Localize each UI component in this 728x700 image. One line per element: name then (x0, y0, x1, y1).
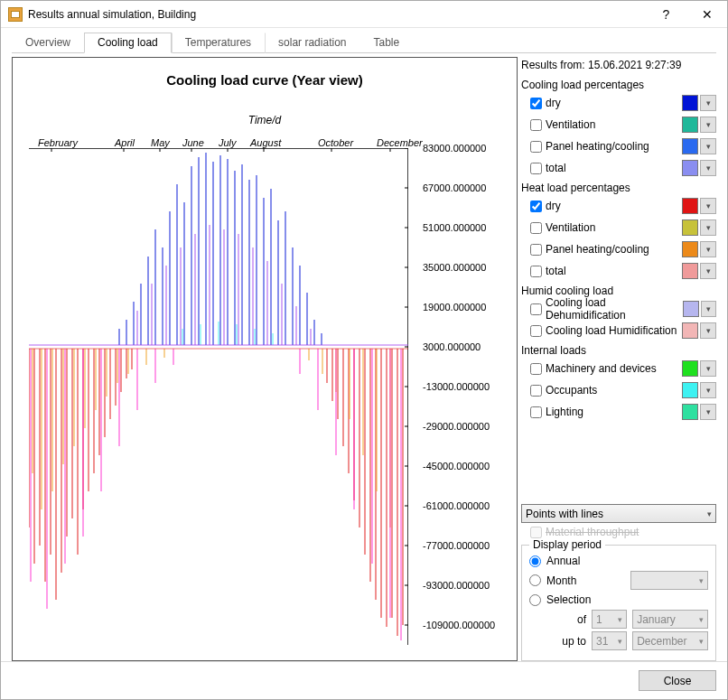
tab-overview[interactable]: Overview (12, 33, 84, 53)
of-month-combo[interactable]: January▾ (632, 610, 708, 629)
help-button[interactable]: ? (646, 1, 686, 27)
x-tick: February (38, 137, 78, 148)
heat-checkbox[interactable] (530, 201, 542, 212)
x-tick: April (115, 137, 135, 148)
up-to-label: up to (556, 635, 586, 648)
humid-row: Cooling load Humidification▾ (530, 321, 716, 341)
results-from-label: Results from: 15.06.2021 9:27:39 (521, 59, 716, 71)
x-tick: July (219, 137, 237, 148)
close-button[interactable]: Close (639, 670, 716, 691)
checkbox-label: Cooling load Dehumidification (546, 296, 683, 322)
color-swatch[interactable] (682, 198, 698, 214)
humid-row: Cooling load Dehumidification▾ (530, 299, 716, 319)
checkbox-label: dry (546, 200, 561, 212)
color-dropdown-button[interactable]: ▾ (700, 360, 716, 377)
heat-row: total▾ (530, 261, 716, 281)
combo-value: January (637, 613, 676, 626)
y-tick: -13000.000000 (423, 381, 490, 392)
color-dropdown-button[interactable]: ▾ (701, 301, 716, 317)
color-swatch[interactable] (682, 117, 698, 133)
titlebar: Results annual simulation, Building ? ✕ (1, 1, 727, 28)
x-tick: October (318, 137, 353, 148)
app-icon (8, 7, 23, 22)
color-swatch[interactable] (682, 360, 698, 377)
cooling-checkbox[interactable] (530, 98, 542, 109)
color-swatch[interactable] (682, 95, 698, 111)
color-swatch[interactable] (682, 219, 698, 236)
chart-plot-area[interactable] (29, 148, 408, 645)
chart-y-ticks: 83000.000000 67000.000000 51000.000000 3… (417, 148, 515, 661)
color-dropdown-button[interactable]: ▾ (700, 263, 716, 279)
heat-checkbox[interactable] (530, 222, 542, 234)
internal-checkbox[interactable] (530, 385, 542, 397)
checkbox-label: Lighting (546, 406, 583, 418)
y-tick: -45000.000000 (423, 461, 490, 471)
checkbox-label: Panel heating/cooling (546, 140, 649, 153)
color-swatch[interactable] (682, 404, 698, 420)
cooling-checkbox[interactable] (530, 119, 542, 131)
radio-selection[interactable] (529, 594, 541, 606)
color-dropdown-button[interactable]: ▾ (700, 160, 716, 176)
heat-checkbox[interactable] (530, 266, 542, 277)
tab-table[interactable]: Table (359, 33, 413, 53)
radio-month[interactable] (529, 574, 541, 586)
cooling-row: Panel heating/cooling▾ (530, 136, 716, 156)
line-style-value: Points with lines (526, 508, 603, 520)
line-style-combo[interactable]: Points with lines ▾ (521, 504, 716, 523)
x-tick: June (182, 137, 204, 148)
color-swatch[interactable] (682, 322, 698, 339)
checkbox-label: Material throughput (546, 526, 639, 538)
humid-checkbox[interactable] (530, 303, 542, 315)
window-title: Results annual simulation, Building (28, 8, 646, 21)
internal-row: Lighting▾ (530, 402, 716, 422)
checkbox-label: total (546, 162, 566, 174)
y-tick: -29000.000000 (423, 421, 490, 432)
internal-checkbox[interactable] (530, 406, 542, 418)
color-dropdown-button[interactable]: ▾ (700, 138, 716, 154)
heat-row: Ventilation▾ (530, 218, 716, 238)
section-internal-label: Internal loads (521, 344, 716, 357)
y-tick: -93000.000000 (423, 580, 490, 591)
color-swatch[interactable] (683, 301, 698, 317)
y-tick: 35000.000000 (423, 262, 486, 273)
cooling-checkbox[interactable] (530, 163, 542, 174)
color-dropdown-button[interactable]: ▾ (700, 198, 716, 214)
to-day-combo[interactable]: 31▾ (592, 631, 627, 650)
window-close-button[interactable]: ✕ (686, 1, 727, 27)
checkbox-label: total (546, 265, 566, 277)
color-swatch[interactable] (682, 138, 698, 154)
color-swatch[interactable] (682, 160, 698, 176)
color-dropdown-button[interactable]: ▾ (700, 382, 716, 398)
color-swatch[interactable] (682, 263, 698, 279)
color-dropdown-button[interactable]: ▾ (700, 241, 716, 257)
checkbox-material-throughput[interactable] (530, 527, 542, 538)
heat-row: dry▾ (530, 196, 716, 216)
color-dropdown-button[interactable]: ▾ (700, 95, 716, 111)
checkbox-label: Machinery and devices (546, 362, 657, 375)
color-swatch[interactable] (682, 382, 698, 398)
internal-row: Machinery and devices▾ (530, 359, 716, 378)
internal-checkbox[interactable] (530, 363, 542, 375)
heat-checkbox[interactable] (530, 244, 542, 256)
color-dropdown-button[interactable]: ▾ (700, 322, 716, 339)
color-swatch[interactable] (682, 241, 698, 257)
y-tick: -109000.000000 (423, 620, 495, 630)
checkbox-label: Ventilation (546, 118, 595, 131)
tab-solar-radiation[interactable]: solar radiation (265, 33, 359, 53)
month-combo[interactable]: ▾ (630, 571, 708, 590)
color-dropdown-button[interactable]: ▾ (700, 219, 716, 236)
y-tick: 51000.000000 (423, 222, 486, 233)
tab-temperatures[interactable]: Temperatures (172, 33, 265, 53)
to-month-combo[interactable]: December▾ (632, 631, 708, 650)
combo-value: 1 (596, 613, 602, 626)
tab-cooling-load[interactable]: Cooling load (84, 33, 172, 53)
of-day-combo[interactable]: 1▾ (592, 610, 627, 629)
y-tick: -77000.000000 (423, 540, 490, 551)
color-dropdown-button[interactable]: ▾ (700, 117, 716, 133)
color-dropdown-button[interactable]: ▾ (700, 404, 716, 420)
cooling-checkbox[interactable] (530, 141, 542, 153)
humid-checkbox[interactable] (530, 325, 542, 337)
radio-annual[interactable] (529, 555, 541, 567)
y-tick: -61000.000000 (423, 500, 490, 511)
chart-x-axis-label: Time/d (13, 114, 517, 126)
